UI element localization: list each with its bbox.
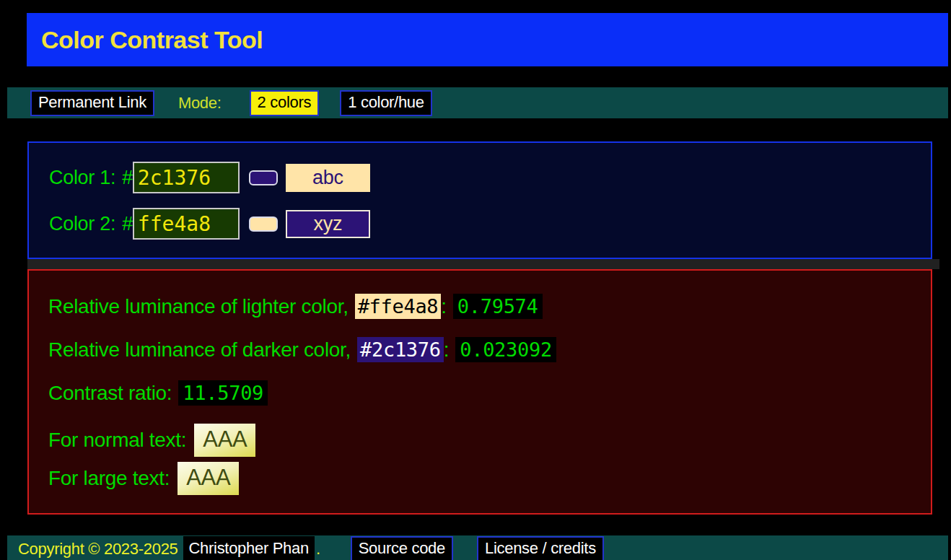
darker-colon: : <box>444 338 449 362</box>
lighter-hex-chip: #ffe4a8 <box>355 294 442 319</box>
darker-luminance-line: Relative luminance of darker color, #2c1… <box>48 337 931 362</box>
color-2-row: Color 2: # xyz <box>49 208 931 240</box>
mode-2-colors-button[interactable]: 2 colors <box>250 90 320 116</box>
color-1-row: Color 1: # abc <box>49 162 931 193</box>
normal-text-label: For normal text: <box>48 429 186 452</box>
permanent-link[interactable]: Permanent Link <box>30 90 154 116</box>
normal-text-line: For normal text: AAA <box>48 424 931 457</box>
footer: Copyright © 2023-2025 Christopher Phan .… <box>7 535 948 560</box>
color-2-picker-swatch[interactable] <box>249 216 278 232</box>
copyright-period: . <box>316 540 320 559</box>
panel-divider <box>27 259 939 269</box>
author-link[interactable]: Christopher Phan <box>183 536 315 560</box>
copyright-text: Copyright © 2023-2025 <box>18 540 178 559</box>
results-panel: Relative luminance of lighter color, #ff… <box>27 269 932 515</box>
page-title: Color Contrast Tool <box>41 26 263 54</box>
color-sample-abc: abc <box>286 164 370 192</box>
color-1-picker-swatch[interactable] <box>249 170 278 185</box>
navbar: Permanent Link Mode: 2 colors 1 color/hu… <box>7 87 948 118</box>
large-text-rating-badge: AAA <box>178 462 239 495</box>
contrast-ratio-label: Contrast ratio: <box>48 382 172 405</box>
source-code-link[interactable]: Source code <box>351 536 453 560</box>
darker-hex-chip: #2c1376 <box>357 337 444 362</box>
license-credits-link[interactable]: License / credits <box>477 536 604 560</box>
main-content: Color 1: # abc Color 2: # xyz Relative l… <box>27 141 932 515</box>
normal-text-rating-badge: AAA <box>194 424 255 457</box>
color-1-hex-input[interactable] <box>133 162 240 193</box>
page: Color Contrast Tool Permanent Link Mode:… <box>0 13 951 560</box>
large-text-line: For large text: AAA <box>48 462 931 495</box>
mode-label: Mode: <box>178 94 222 113</box>
color-sample-xyz: xyz <box>286 210 370 238</box>
color-2-hash-prefix: # <box>122 213 133 235</box>
contrast-ratio-value: 11.5709 <box>178 380 268 406</box>
large-text-label: For large text: <box>48 467 170 490</box>
lighter-luminance-value: 0.79574 <box>453 294 543 319</box>
color-2-hex-input[interactable] <box>133 208 240 240</box>
app-header: Color Contrast Tool <box>27 13 948 66</box>
color-1-hash-prefix: # <box>122 167 133 189</box>
darker-luminance-value: 0.023092 <box>455 337 556 362</box>
darker-luminance-label: Relative luminance of darker color, <box>48 338 351 362</box>
lighter-luminance-line: Relative luminance of lighter color, #ff… <box>48 294 931 319</box>
lighter-luminance-label: Relative luminance of lighter color, <box>48 295 349 318</box>
color-1-label: Color 1: <box>49 167 115 189</box>
color-2-label: Color 2: <box>49 213 115 235</box>
mode-1-color-hue-button[interactable]: 1 color/hue <box>340 90 432 116</box>
color-input-panel: Color 1: # abc Color 2: # xyz <box>27 141 932 259</box>
contrast-ratio-line: Contrast ratio: 11.5709 <box>48 380 931 406</box>
lighter-colon: : <box>441 295 446 318</box>
